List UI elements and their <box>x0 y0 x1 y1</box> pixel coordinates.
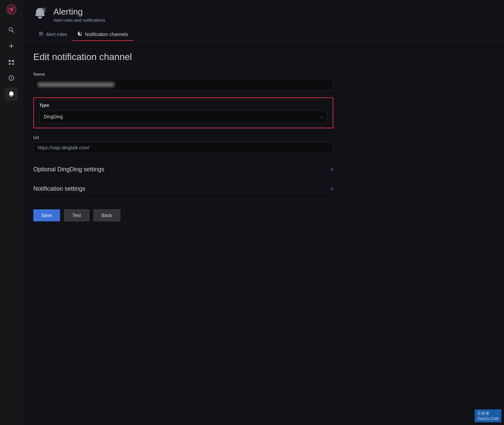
dashboards-nav-icon[interactable] <box>5 55 18 69</box>
tab-alert-rules[interactable]: Alert rules <box>33 28 72 41</box>
content-area: Edit notification channel Name Type Ding… <box>23 41 504 425</box>
watermark: 开发者DevZe.CoM <box>475 409 501 422</box>
url-label: Url <box>33 135 493 140</box>
notification-settings-header[interactable]: Notification settings > <box>33 179 333 198</box>
name-form-group: Name <box>33 72 493 91</box>
action-buttons-row: Save Test Back <box>33 209 493 221</box>
optional-settings-label: Optional DingDing settings <box>33 166 104 173</box>
sidebar <box>0 0 23 425</box>
tabs-container: Alert rules Notification channels <box>23 28 504 41</box>
edit-channel-title: Edit notification channel <box>33 52 493 62</box>
alerting-nav-icon[interactable] <box>5 87 18 101</box>
svg-rect-6 <box>39 35 43 35</box>
type-select-wrapper: DingDing Email Slack PagerDuty Webhook O… <box>39 110 327 123</box>
alerting-header-icon <box>33 7 47 23</box>
type-section: Type DingDing Email Slack PagerDuty Webh… <box>33 97 333 128</box>
list-icon <box>39 31 43 37</box>
svg-rect-4 <box>39 32 43 33</box>
name-label: Name <box>33 72 493 77</box>
url-input[interactable] <box>33 142 333 153</box>
app-logo[interactable] <box>5 3 18 16</box>
test-button[interactable]: Test <box>64 209 89 221</box>
optional-settings-chevron-right-icon: > <box>330 167 333 173</box>
main-content: Alerting Alert rules and notifications A… <box>23 0 504 425</box>
svg-point-2 <box>11 9 12 10</box>
name-blurred-value <box>38 82 114 87</box>
sync-icon <box>78 31 82 37</box>
tab-alert-rules-label: Alert rules <box>46 32 67 37</box>
page-header: Alerting Alert rules and notifications <box>23 0 504 23</box>
name-input-container <box>33 79 333 91</box>
optional-settings-section: Optional DingDing settings > <box>33 160 333 179</box>
svg-rect-5 <box>39 33 43 34</box>
notification-settings-label: Notification settings <box>33 185 85 192</box>
tab-notification-channels-label: Notification channels <box>85 32 128 37</box>
tab-notification-channels[interactable]: Notification channels <box>72 28 133 41</box>
page-header-title: Alerting <box>53 7 105 17</box>
url-form-group: Url <box>33 135 493 153</box>
notification-settings-section: Notification settings > <box>33 179 333 199</box>
page-header-subtitle: Alert rules and notifications <box>53 18 105 23</box>
type-select[interactable]: DingDing Email Slack PagerDuty Webhook O… <box>39 110 327 123</box>
add-nav-icon[interactable] <box>5 39 18 53</box>
back-button[interactable]: Back <box>93 209 120 221</box>
notification-settings-chevron-right-icon: > <box>330 186 333 192</box>
optional-settings-header[interactable]: Optional DingDing settings > <box>33 160 333 179</box>
header-text-group: Alerting Alert rules and notifications <box>53 7 105 23</box>
search-nav-icon[interactable] <box>5 23 18 37</box>
explore-nav-icon[interactable] <box>5 71 18 85</box>
type-label: Type <box>39 103 327 108</box>
save-button[interactable]: Save <box>33 209 60 221</box>
